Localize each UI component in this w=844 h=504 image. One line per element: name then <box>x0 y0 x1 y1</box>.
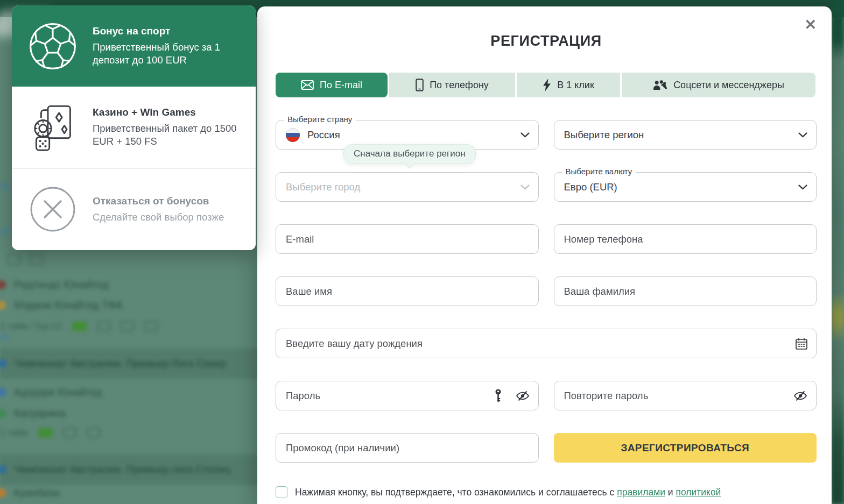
background-icons-row <box>8 254 43 265</box>
tab-label: В 1 клик <box>557 80 594 91</box>
sidebar-sport-icon <box>1 228 8 235</box>
tab-label: Соцсети и мессенджеры <box>673 80 784 91</box>
email-field[interactable] <box>286 225 529 253</box>
bg-match-status-row: 1 тайм <box>0 428 100 438</box>
city-select-placeholder: Выберите город <box>286 181 360 193</box>
phone-icon <box>416 79 424 91</box>
registration-modal: ✕ РЕГИСТРАЦИЯ По E-mail По телефон <box>257 6 832 504</box>
team-badge-icon <box>0 409 6 418</box>
casino-icon <box>27 103 79 152</box>
stats-icon <box>64 428 76 438</box>
email-icon <box>301 80 314 90</box>
chevron-down-icon <box>521 184 530 190</box>
registration-form: Выберите страну Россия Сначала выберите … <box>276 120 817 499</box>
agreement-text: Нажимая кнопку, вы подтверждаете, что оз… <box>295 485 721 499</box>
country-select-value: Россия <box>307 129 340 141</box>
social-icon <box>653 80 667 90</box>
password-repeat-field[interactable] <box>564 381 786 410</box>
bonus-option-decline[interactable]: Отказаться от бонусов Сделайте свой выбо… <box>12 168 256 250</box>
bg-team-row: Касуарина <box>0 407 66 420</box>
bg-team-row: Мэджик Юнайтед ТФА <box>0 299 123 311</box>
agreement-checkbox[interactable] <box>276 486 287 498</box>
tab-phone[interactable]: По телефону <box>389 73 515 97</box>
phone-field[interactable] <box>564 225 807 253</box>
calendar-icon[interactable] <box>796 338 807 350</box>
bonus-title: Отказаться от бонусов <box>93 195 243 207</box>
page: Редлэндс Юнайтед Мэджик Юнайтед ТФА 1 та… <box>0 0 844 504</box>
eye-slash-icon[interactable] <box>516 390 530 402</box>
background-right-edge <box>832 0 844 504</box>
region-select[interactable]: Выберите регион <box>554 120 817 150</box>
chart-icon <box>87 428 100 438</box>
city-tooltip: Сначала выберите регион <box>343 144 476 164</box>
first-name-field[interactable] <box>286 277 529 306</box>
bg-team-row: Адзурри Юнайтед <box>0 386 102 399</box>
bonus-panel: Бонус на спорт Приветственный бонус за 1… <box>12 5 256 250</box>
region-select-placeholder: Выберите регион <box>564 129 644 141</box>
tab-label: По телефону <box>430 80 489 91</box>
bg-team-row: Куинбиэн <box>0 487 60 499</box>
eye-slash-icon[interactable] <box>793 390 807 402</box>
promo-code-field[interactable] <box>286 434 529 462</box>
sidebar-sport-icon <box>1 333 8 340</box>
bonus-description: Приветственный пакет до 1500 EUR + 150 F… <box>93 122 243 148</box>
agreement-row: Нажимая кнопку, вы подтверждаете, что оз… <box>276 485 817 499</box>
chevron-down-icon <box>521 132 530 138</box>
decline-icon <box>27 186 79 232</box>
stats-icon <box>97 321 110 331</box>
chevron-down-icon <box>798 132 807 138</box>
russia-flag-icon <box>286 128 300 142</box>
one-click-icon <box>543 79 551 91</box>
soccer-ball-icon <box>27 22 79 71</box>
live-badge <box>72 322 87 331</box>
team-badge-icon <box>0 301 6 310</box>
rules-link[interactable]: правилами <box>617 487 665 498</box>
registration-tabs: По E-mail По телефону В 1 клик <box>276 73 817 97</box>
last-name-field[interactable] <box>564 277 807 306</box>
currency-select-value: Евро (EUR) <box>564 181 617 193</box>
tab-one-click[interactable]: В 1 клик <box>517 73 620 97</box>
league-flag-icon <box>0 465 6 474</box>
team-badge-icon <box>0 388 6 397</box>
register-button[interactable]: ЗАРЕГИСТРИРОВАТЬСЯ <box>554 433 817 463</box>
city-select[interactable]: Выберите город <box>276 172 539 202</box>
bonus-option-sport[interactable]: Бонус на спорт Приветственный бонус за 1… <box>12 5 256 87</box>
league-flag-icon <box>0 359 6 368</box>
tab-email[interactable]: По E-mail <box>276 73 388 97</box>
password-field[interactable] <box>286 381 480 410</box>
currency-select-label: Выберите валюту <box>562 167 636 176</box>
country-select-label: Выберите страну <box>284 115 356 124</box>
chart-icon <box>121 321 134 331</box>
team-badge-icon <box>0 280 6 289</box>
bg-team-row: Редлэндс Юнайтед <box>0 279 108 291</box>
currency-select[interactable]: Выберите валюту Евро (EUR) <box>554 172 817 202</box>
bonus-title: Бонус на спорт <box>93 25 243 37</box>
live-badge <box>38 428 53 437</box>
bonus-option-casino[interactable]: Казино + Win Games Приветственный пакет … <box>12 87 256 168</box>
birth-date-field[interactable] <box>286 329 788 358</box>
chevron-down-icon <box>798 184 807 190</box>
team-badge-icon <box>0 488 6 498</box>
bonus-description: Приветственный бонус за 1 депозит до 100… <box>93 41 243 67</box>
tv-icon <box>145 321 158 331</box>
bonus-title: Казино + Win Games <box>93 107 243 118</box>
bonus-description: Сделайте свой выбор позже <box>93 211 243 224</box>
tab-label: По E-mail <box>320 80 362 91</box>
generate-password-key-icon[interactable] <box>495 389 502 403</box>
bg-match-status-row: 1 тайм / Тур 13 <box>0 321 158 331</box>
modal-title: РЕГИСТРАЦИЯ <box>276 33 817 48</box>
tab-social[interactable]: Соцсети и мессенджеры <box>622 73 815 97</box>
close-icon[interactable]: ✕ <box>801 17 820 33</box>
policy-link[interactable]: политикой <box>676 487 721 498</box>
sidebar-sport-icon <box>1 183 8 190</box>
